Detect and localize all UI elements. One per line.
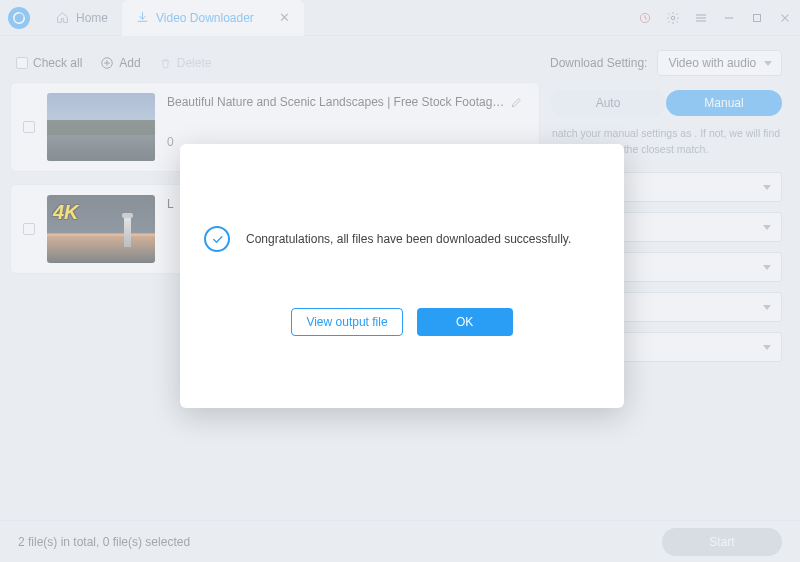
success-modal: Congratulations, all files have been dow… bbox=[180, 144, 624, 408]
view-output-button[interactable]: View output file bbox=[291, 308, 402, 336]
check-icon bbox=[204, 226, 230, 252]
modal-message: Congratulations, all files have been dow… bbox=[246, 232, 571, 246]
ok-button[interactable]: OK bbox=[417, 308, 513, 336]
